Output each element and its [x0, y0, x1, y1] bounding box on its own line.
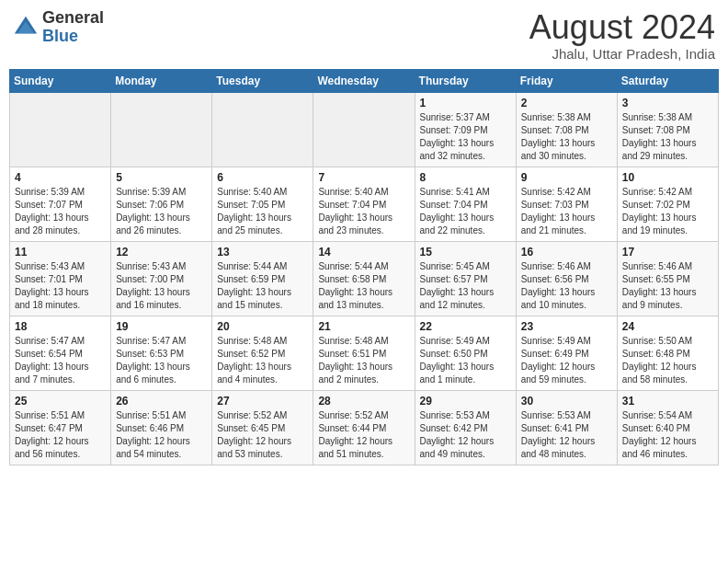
calendar-cell: 2Sunrise: 5:38 AMSunset: 7:08 PMDaylight…: [516, 92, 617, 167]
calendar-cell: [212, 92, 313, 167]
header-row: SundayMondayTuesdayWednesdayThursdayFrid…: [10, 69, 719, 92]
calendar-cell: 6Sunrise: 5:40 AMSunset: 7:05 PMDaylight…: [212, 167, 313, 241]
header-day-friday: Friday: [516, 69, 617, 92]
day-number: 20: [217, 320, 308, 333]
calendar-cell: 22Sunrise: 5:49 AMSunset: 6:50 PMDayligh…: [415, 316, 516, 390]
calendar-cell: 9Sunrise: 5:42 AMSunset: 7:03 PMDaylight…: [516, 167, 617, 241]
calendar-cell: 10Sunrise: 5:42 AMSunset: 7:02 PMDayligh…: [617, 167, 718, 241]
logo-icon: [13, 15, 39, 40]
day-number: 10: [622, 171, 713, 184]
calendar-cell: 24Sunrise: 5:50 AMSunset: 6:48 PMDayligh…: [617, 316, 718, 390]
header-day-sunday: Sunday: [10, 69, 111, 92]
logo-text: General Blue: [42, 9, 104, 46]
calendar-cell: 14Sunrise: 5:44 AMSunset: 6:58 PMDayligh…: [313, 241, 415, 316]
day-info: Sunrise: 5:53 AMSunset: 6:41 PMDaylight:…: [521, 409, 612, 461]
day-number: 13: [217, 246, 308, 259]
header-day-tuesday: Tuesday: [212, 69, 313, 92]
day-info: Sunrise: 5:45 AMSunset: 6:57 PMDaylight:…: [420, 260, 511, 312]
calendar-cell: 18Sunrise: 5:47 AMSunset: 6:54 PMDayligh…: [10, 316, 111, 390]
day-info: Sunrise: 5:43 AMSunset: 7:01 PMDaylight:…: [15, 260, 106, 312]
calendar-cell: 16Sunrise: 5:46 AMSunset: 6:56 PMDayligh…: [516, 241, 617, 316]
day-info: Sunrise: 5:41 AMSunset: 7:04 PMDaylight:…: [420, 186, 511, 237]
day-number: 5: [116, 171, 207, 184]
calendar-cell: 25Sunrise: 5:51 AMSunset: 6:47 PMDayligh…: [10, 390, 111, 465]
title-block: August 2024 Jhalu, Uttar Pradesh, India: [529, 9, 715, 62]
day-number: 21: [318, 320, 409, 333]
calendar-cell: 8Sunrise: 5:41 AMSunset: 7:04 PMDaylight…: [415, 167, 516, 241]
logo-blue: Blue: [42, 27, 78, 45]
day-info: Sunrise: 5:44 AMSunset: 6:59 PMDaylight:…: [217, 260, 308, 312]
day-number: 15: [420, 246, 511, 259]
calendar-cell: 5Sunrise: 5:39 AMSunset: 7:06 PMDaylight…: [111, 167, 212, 241]
week-row-4: 18Sunrise: 5:47 AMSunset: 6:54 PMDayligh…: [10, 316, 719, 390]
day-number: 2: [521, 97, 612, 109]
day-info: Sunrise: 5:51 AMSunset: 6:47 PMDaylight:…: [15, 409, 106, 461]
week-row-3: 11Sunrise: 5:43 AMSunset: 7:01 PMDayligh…: [10, 241, 719, 316]
day-info: Sunrise: 5:40 AMSunset: 7:04 PMDaylight:…: [318, 186, 409, 237]
day-info: Sunrise: 5:48 AMSunset: 6:51 PMDaylight:…: [318, 335, 409, 386]
calendar-cell: 17Sunrise: 5:46 AMSunset: 6:55 PMDayligh…: [617, 241, 718, 316]
day-info: Sunrise: 5:50 AMSunset: 6:48 PMDaylight:…: [622, 335, 713, 386]
day-info: Sunrise: 5:42 AMSunset: 7:02 PMDaylight:…: [622, 186, 713, 237]
header-day-saturday: Saturday: [617, 69, 718, 92]
day-info: Sunrise: 5:47 AMSunset: 6:53 PMDaylight:…: [116, 335, 207, 386]
calendar-cell: 27Sunrise: 5:52 AMSunset: 6:45 PMDayligh…: [212, 390, 313, 465]
day-info: Sunrise: 5:49 AMSunset: 6:49 PMDaylight:…: [521, 335, 612, 386]
logo: General Blue: [13, 9, 104, 46]
day-info: Sunrise: 5:38 AMSunset: 7:08 PMDaylight:…: [622, 111, 713, 163]
calendar-cell: 23Sunrise: 5:49 AMSunset: 6:49 PMDayligh…: [516, 316, 617, 390]
day-info: Sunrise: 5:43 AMSunset: 7:00 PMDaylight:…: [116, 260, 207, 312]
day-info: Sunrise: 5:39 AMSunset: 7:06 PMDaylight:…: [116, 186, 207, 237]
week-row-1: 1Sunrise: 5:37 AMSunset: 7:09 PMDaylight…: [10, 92, 719, 167]
day-number: 18: [15, 320, 106, 333]
day-number: 23: [521, 320, 612, 333]
calendar-cell: 20Sunrise: 5:48 AMSunset: 6:52 PMDayligh…: [212, 316, 313, 390]
week-row-2: 4Sunrise: 5:39 AMSunset: 7:07 PMDaylight…: [10, 167, 719, 241]
day-info: Sunrise: 5:54 AMSunset: 6:40 PMDaylight:…: [622, 409, 713, 461]
calendar-cell: 15Sunrise: 5:45 AMSunset: 6:57 PMDayligh…: [415, 241, 516, 316]
day-number: 25: [15, 395, 106, 408]
calendar-cell: 7Sunrise: 5:40 AMSunset: 7:04 PMDaylight…: [313, 167, 415, 241]
calendar-cell: 31Sunrise: 5:54 AMSunset: 6:40 PMDayligh…: [617, 390, 718, 465]
day-number: 1: [420, 97, 511, 109]
day-number: 8: [420, 171, 511, 184]
calendar-cell: [111, 92, 212, 167]
calendar-table: SundayMondayTuesdayWednesdayThursdayFrid…: [9, 69, 719, 465]
day-number: 6: [217, 171, 308, 184]
day-number: 3: [622, 97, 713, 109]
calendar-cell: 30Sunrise: 5:53 AMSunset: 6:41 PMDayligh…: [516, 390, 617, 465]
calendar-cell: [10, 92, 111, 167]
day-info: Sunrise: 5:46 AMSunset: 6:56 PMDaylight:…: [521, 260, 612, 312]
day-info: Sunrise: 5:37 AMSunset: 7:09 PMDaylight:…: [420, 111, 511, 163]
day-info: Sunrise: 5:44 AMSunset: 6:58 PMDaylight:…: [318, 260, 409, 312]
week-row-5: 25Sunrise: 5:51 AMSunset: 6:47 PMDayligh…: [10, 390, 719, 465]
day-info: Sunrise: 5:52 AMSunset: 6:45 PMDaylight:…: [217, 409, 308, 461]
calendar-cell: 28Sunrise: 5:52 AMSunset: 6:44 PMDayligh…: [313, 390, 415, 465]
day-number: 26: [116, 395, 207, 408]
day-number: 24: [622, 320, 713, 333]
location-subtitle: Jhalu, Uttar Pradesh, India: [529, 46, 715, 62]
day-info: Sunrise: 5:42 AMSunset: 7:03 PMDaylight:…: [521, 186, 612, 237]
header-day-thursday: Thursday: [415, 69, 516, 92]
calendar-body: 1Sunrise: 5:37 AMSunset: 7:09 PMDaylight…: [10, 92, 719, 465]
day-number: 30: [521, 395, 612, 408]
day-number: 14: [318, 246, 409, 259]
logo-general: General: [42, 8, 104, 27]
day-number: 4: [15, 171, 106, 184]
day-number: 12: [116, 246, 207, 259]
day-number: 7: [318, 171, 409, 184]
day-number: 22: [420, 320, 511, 333]
calendar-cell: 13Sunrise: 5:44 AMSunset: 6:59 PMDayligh…: [212, 241, 313, 316]
calendar-cell: 4Sunrise: 5:39 AMSunset: 7:07 PMDaylight…: [10, 167, 111, 241]
calendar-cell: 11Sunrise: 5:43 AMSunset: 7:01 PMDayligh…: [10, 241, 111, 316]
calendar-cell: 26Sunrise: 5:51 AMSunset: 6:46 PMDayligh…: [111, 390, 212, 465]
day-info: Sunrise: 5:51 AMSunset: 6:46 PMDaylight:…: [116, 409, 207, 461]
day-info: Sunrise: 5:40 AMSunset: 7:05 PMDaylight:…: [217, 186, 308, 237]
day-number: 29: [420, 395, 511, 408]
day-info: Sunrise: 5:39 AMSunset: 7:07 PMDaylight:…: [15, 186, 106, 237]
calendar-cell: 3Sunrise: 5:38 AMSunset: 7:08 PMDaylight…: [617, 92, 718, 167]
calendar-cell: 19Sunrise: 5:47 AMSunset: 6:53 PMDayligh…: [111, 316, 212, 390]
page-header: General Blue August 2024 Jhalu, Uttar Pr…: [9, 9, 719, 62]
calendar-cell: 21Sunrise: 5:48 AMSunset: 6:51 PMDayligh…: [313, 316, 415, 390]
day-info: Sunrise: 5:53 AMSunset: 6:42 PMDaylight:…: [420, 409, 511, 461]
